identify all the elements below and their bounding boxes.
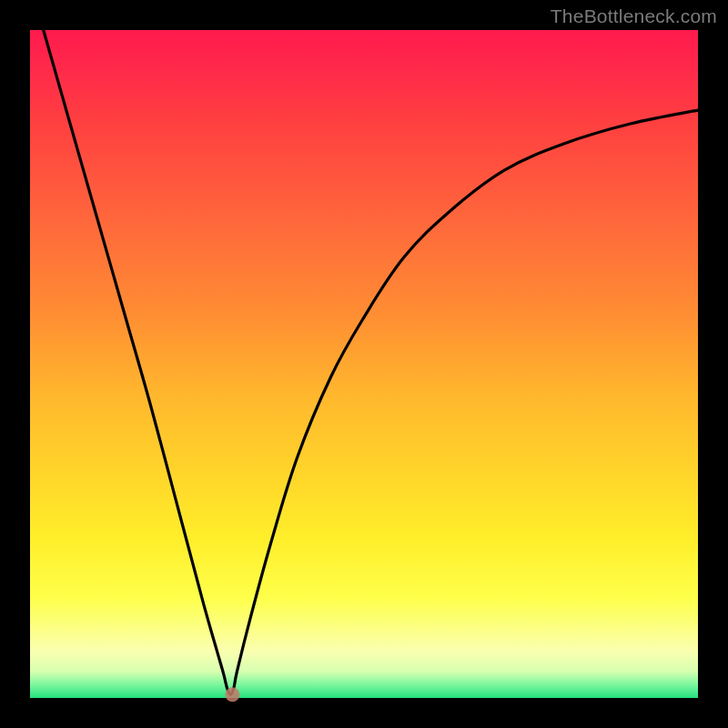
watermark-text: TheBottleneck.com — [551, 5, 717, 27]
bottleneck-curve — [30, 30, 698, 698]
marker-dot — [225, 687, 239, 702]
curve-line — [44, 30, 698, 694]
chart-plot-area — [30, 30, 698, 698]
